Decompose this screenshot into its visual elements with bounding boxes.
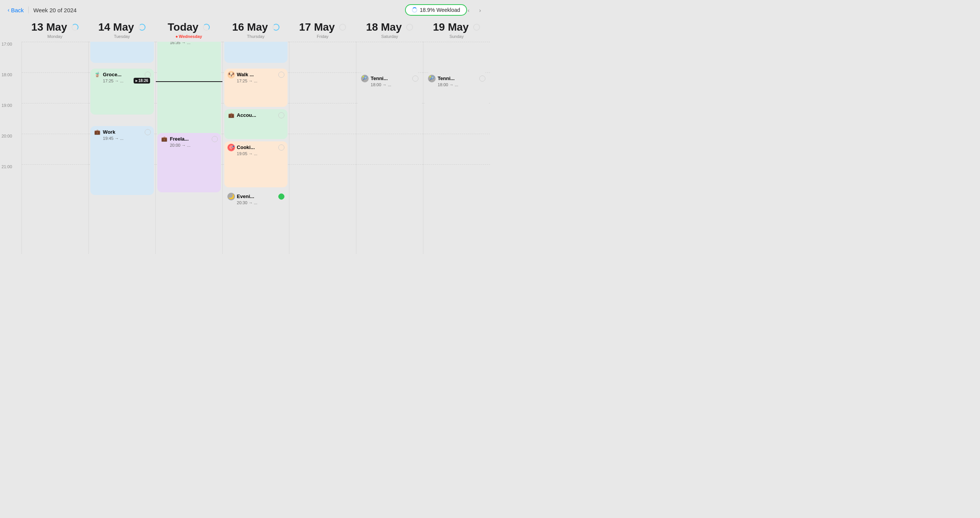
event-wed-freelance-icon: 💼 <box>160 135 168 143</box>
hour-line-2000-fri <box>289 134 356 134</box>
header: ‹ Back Week 20 of 2024 18.9% Weekload ‹ … <box>0 0 490 20</box>
weekload-label: 18.9% Weekload <box>420 7 460 13</box>
time-slot-1900: 19:00 <box>0 103 21 134</box>
event-tue-work1[interactable]: 💼 Work 13:20 → ... <box>90 42 154 63</box>
event-tue-work2-check[interactable] <box>145 129 151 135</box>
event-sun-tennis-header: 🎾 Tenni... <box>428 75 485 82</box>
hour-line-1800-fri <box>289 72 356 73</box>
day-num-sun: 19 May <box>423 21 490 33</box>
event-sun-tennis-icon: 🎾 <box>428 75 436 82</box>
event-sun-tennis[interactable]: 🎾 Tenni... 18:00 → ... <box>425 72 488 106</box>
event-wed-freelance-time: 20:00 → ... <box>160 143 218 148</box>
event-thu-walk[interactable]: 🐶 Walk ... 17:25 → ... <box>224 69 288 107</box>
event-tue-work2[interactable]: 💼 Work 19:45 → ... <box>90 126 154 195</box>
day-header-sat[interactable]: 18 May Saturday <box>356 21 423 39</box>
day-header-wed[interactable]: Today ●Wednesday <box>155 21 222 39</box>
event-thu-evening-icon: 🌙 <box>227 193 235 200</box>
back-button[interactable]: ‹ Back <box>8 7 24 13</box>
event-thu-evening-title: Eveni... <box>237 193 255 199</box>
event-sat-tennis-header: 🎾 Tenni... <box>361 75 418 82</box>
event-tue-work2-header: 💼 Work <box>93 128 151 136</box>
hour-line-2000-sun <box>423 134 490 134</box>
calendar-header: 13 May Monday 14 May Tuesday Today ●Wedn… <box>0 20 490 42</box>
event-tue-grocery-check[interactable] <box>145 72 151 78</box>
event-tue-work2-title: Work <box>103 129 115 135</box>
event-thu-cooking-header: 🎯 Cooki... <box>227 144 285 151</box>
day-header-mon[interactable]: 13 May Monday <box>21 21 88 39</box>
event-wed-freelance-check[interactable] <box>212 136 218 142</box>
event-thu-work[interactable]: 💼 Work 13:20 → ... <box>224 42 288 63</box>
day-name-sun: Sunday <box>423 34 490 39</box>
back-label: Back <box>11 7 24 13</box>
day-header-sun[interactable]: 19 May Sunday <box>423 21 490 39</box>
time-column: 17:00 18:00 19:00 20:00 21:00 <box>0 42 21 254</box>
calendar-body: 17:00 18:00 19:00 20:00 21:00 💼 Work 13:… <box>0 42 490 254</box>
day-num-sat: 18 May <box>356 21 423 33</box>
day-column-fri <box>289 42 356 254</box>
hour-line-1700-fri <box>289 42 356 42</box>
event-tue-grocery-title: Groce... <box>103 72 121 77</box>
event-tue-grocery-header: 🧋 Groce... <box>93 71 151 79</box>
event-thu-cooking[interactable]: 🎯 Cooki... 19:05 → ... <box>224 141 288 187</box>
day-num-wed: Today <box>155 21 222 33</box>
time-slot-1800: 18:00 <box>0 72 21 103</box>
event-thu-evening-header: 🌙 Eveni... <box>227 193 285 200</box>
day-num-mon: 13 May <box>21 21 88 33</box>
chevron-left-icon: ‹ <box>8 7 10 13</box>
event-tue-grocery[interactable]: 🧋 Groce... 17:25 → ... <box>90 69 154 115</box>
week-label: Week 20 of 2024 <box>33 7 77 13</box>
day-column-thu: 💼 Work 13:20 → ... 🐶 Walk ... 17:25 → ..… <box>222 42 289 254</box>
weekload-button[interactable]: 18.9% Weekload <box>405 4 467 16</box>
nav-arrows: ‹ › <box>463 5 485 15</box>
prev-week-button[interactable]: ‹ <box>463 5 474 15</box>
event-thu-walk-title: Walk ... <box>237 72 254 77</box>
event-wed-freelance-title: Freela... <box>170 136 189 142</box>
hour-line-1700-sat <box>356 42 423 42</box>
current-time-container: ▸ 18:26 <box>156 81 222 82</box>
time-slot-1700: 17:00 <box>0 42 21 72</box>
load-indicator-mon <box>72 24 78 31</box>
day-column-tue: 💼 Work 13:20 → ... 🧋 Groce... 17:25 → ..… <box>88 42 155 254</box>
day-header-fri[interactable]: 17 May Friday <box>289 21 356 39</box>
event-tue-work2-time: 19:45 → ... <box>93 136 151 141</box>
event-wed-grocery-time: 16:35 → ... <box>160 42 218 45</box>
event-thu-evening[interactable]: 🌙 Eveni... 20:30 → ... <box>224 190 288 219</box>
event-thu-walk-icon: 🐶 <box>227 71 235 79</box>
day-header-tue[interactable]: 14 May Tuesday <box>88 21 155 39</box>
load-indicator-sat <box>406 24 413 31</box>
day-name-tue: Tuesday <box>88 34 155 39</box>
event-sat-tennis[interactable]: 🎾 Tenni... 18:00 → ... <box>358 72 421 106</box>
event-tue-work2-icon: 💼 <box>93 128 101 136</box>
day-name-fri: Friday <box>289 34 356 39</box>
time-slot-2000: 20:00 <box>0 134 21 164</box>
current-time-label: ▸ 18:26 <box>134 78 150 84</box>
event-thu-cooking-title: Cooki... <box>237 144 255 150</box>
event-thu-cooking-icon: 🎯 <box>227 144 235 151</box>
day-column-mon <box>21 42 88 254</box>
load-indicator-sun <box>473 24 480 31</box>
day-name-sat: Saturday <box>356 34 423 39</box>
event-thu-cooking-time: 19:05 → ... <box>227 151 285 156</box>
event-sun-tennis-check[interactable] <box>479 75 485 82</box>
time-slot-2100: 21:00 <box>0 164 21 195</box>
hour-line-2100-sun <box>423 164 490 165</box>
event-thu-account-icon: 💼 <box>227 111 235 119</box>
day-num-thu: 16 May <box>222 21 289 33</box>
hour-line-1800-mon <box>22 72 88 73</box>
event-sat-tennis-title: Tenni... <box>371 75 388 81</box>
day-num-tue: 14 May <box>88 21 155 33</box>
hour-line-1900-fri <box>289 103 356 103</box>
hour-line-1700-sun <box>423 42 490 42</box>
time-gutter-header <box>0 21 21 39</box>
current-time-line: ▸ 18:26 <box>156 81 222 82</box>
hour-line-2100-mon <box>22 164 88 165</box>
next-week-button[interactable]: › <box>475 5 485 15</box>
event-thu-account[interactable]: 💼 Accou... <box>224 109 288 139</box>
day-header-thu[interactable]: 16 May Thursday <box>222 21 289 39</box>
event-sat-tennis-check[interactable] <box>412 75 418 82</box>
event-wed-grocery[interactable]: 🧋 Groce... 16:35 → ... <box>157 42 221 138</box>
day-name-thu: Thursday <box>222 34 289 39</box>
event-wed-freelance[interactable]: 💼 Freela... 20:00 → ... <box>157 133 221 192</box>
event-sun-tennis-title: Tenni... <box>438 75 455 81</box>
event-sat-tennis-icon: 🎾 <box>361 75 369 82</box>
